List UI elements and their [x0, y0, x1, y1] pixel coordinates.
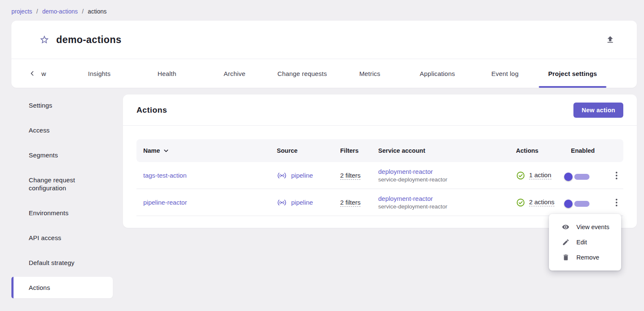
tab-overview-clipped[interactable]: w	[41, 70, 46, 77]
trash-icon	[562, 254, 570, 261]
breadcrumb-link-projects[interactable]: projects	[11, 8, 32, 15]
cell-service-account: deployment-reactor service-deployment-re…	[371, 168, 509, 183]
source-link[interactable]: pipeline	[291, 172, 313, 179]
action-name-link[interactable]: tags-test-action	[143, 172, 187, 179]
breadcrumb-separator: /	[36, 8, 38, 15]
column-header-service-account[interactable]: Service account	[371, 147, 509, 154]
table-row: tags-test-action pipeline	[136, 162, 623, 189]
filters-count[interactable]: 2 filters	[340, 199, 360, 207]
menu-item-edit[interactable]: Edit	[549, 235, 621, 250]
breadcrumb-current: actions	[88, 8, 106, 15]
check-circle-icon	[516, 198, 525, 207]
tab-bar: w Insights Health Archive Change request…	[11, 59, 637, 88]
cell-source: pipeline	[270, 199, 333, 206]
service-account-link[interactable]: deployment-reactor	[378, 168, 509, 175]
sidebar-item-environments[interactable]: Environments	[11, 202, 113, 224]
table-header-row: Name Source Filters Service account Acti…	[136, 139, 623, 162]
menu-item-remove[interactable]: Remove	[549, 250, 621, 265]
new-action-button[interactable]: New action	[573, 103, 623, 118]
tab-insights[interactable]: Insights	[65, 59, 133, 88]
menu-item-label: Remove	[576, 254, 599, 261]
sidebar-item-segments[interactable]: Segments	[11, 144, 113, 166]
eye-icon	[562, 223, 570, 231]
menu-item-label: View events	[576, 224, 609, 230]
sidebar-item-change-request-configuration[interactable]: Change request configuration	[11, 169, 113, 199]
sort-desc-icon	[163, 147, 169, 154]
sidebar-item-access[interactable]: Access	[11, 119, 113, 141]
tab-health[interactable]: Health	[133, 59, 201, 88]
actions-count[interactable]: 2 actions	[529, 198, 554, 206]
column-header-actions[interactable]: Actions	[509, 147, 564, 154]
sidebar-item-api-access[interactable]: API access	[11, 227, 113, 249]
signal-icon	[277, 199, 287, 206]
action-name-link[interactable]: pipeline-reactor	[143, 199, 187, 206]
row-menu-kebab-icon[interactable]	[613, 169, 620, 182]
column-header-enabled[interactable]: Enabled	[564, 147, 603, 154]
column-header-name[interactable]: Name	[136, 147, 270, 154]
sidebar-item-settings[interactable]: Settings	[11, 95, 113, 116]
content-area: Settings Access Segments Change request …	[0, 88, 644, 302]
sidebar-item-actions[interactable]: Actions	[11, 277, 113, 298]
page: projects / demo-actions / actions demo-a…	[0, 0, 644, 311]
project-header-card: demo-actions w Insights Health Archive C…	[11, 21, 637, 88]
actions-panel: Actions New action Name Source Filters S…	[123, 95, 637, 228]
breadcrumb-separator: /	[82, 8, 84, 15]
menu-item-view-events[interactable]: View events	[549, 219, 621, 235]
menu-item-label: Edit	[576, 239, 587, 246]
cell-actions: 2 actions	[509, 198, 564, 207]
row-menu-kebab-icon[interactable]	[613, 196, 620, 209]
tab-archive[interactable]: Archive	[201, 59, 268, 88]
settings-sidebar: Settings Access Segments Change request …	[11, 95, 113, 302]
source-link[interactable]: pipeline	[291, 199, 313, 206]
service-account-id: service-deployment-reactor	[378, 176, 509, 183]
tab-overflow: w	[28, 59, 46, 88]
tab-applications[interactable]: Applications	[404, 59, 471, 88]
tab-metrics[interactable]: Metrics	[336, 59, 404, 88]
breadcrumb: projects / demo-actions / actions	[0, 0, 644, 21]
tabs-scroll-left-button[interactable]	[28, 70, 36, 77]
actions-table: Name Source Filters Service account Acti…	[123, 126, 637, 228]
tab-event-log[interactable]: Event log	[471, 59, 539, 88]
table-row: pipeline-reactor pipeline	[136, 189, 623, 216]
service-account-id: service-deployment-reactor	[378, 203, 509, 210]
cell-source: pipeline	[270, 172, 333, 179]
pencil-icon	[562, 238, 570, 246]
filters-count[interactable]: 2 filters	[340, 172, 360, 180]
cell-service-account: deployment-reactor service-deployment-re…	[371, 195, 509, 210]
column-header-source[interactable]: Source	[270, 147, 333, 154]
project-title-row: demo-actions	[11, 21, 637, 59]
tab-project-settings[interactable]: Project settings	[539, 59, 606, 88]
service-account-link[interactable]: deployment-reactor	[378, 195, 509, 202]
column-header-filters[interactable]: Filters	[333, 147, 371, 154]
row-actions-menu: View events Edit Remove	[549, 214, 621, 270]
actions-count[interactable]: 1 action	[529, 171, 551, 179]
actions-panel-header: Actions New action	[123, 95, 637, 126]
check-circle-icon	[516, 171, 525, 180]
tab-change-requests[interactable]: Change requests	[268, 59, 336, 88]
sidebar-item-default-strategy[interactable]: Default strategy	[11, 252, 113, 273]
signal-icon	[277, 172, 287, 179]
favorite-star-icon[interactable]	[39, 35, 49, 45]
breadcrumb-link-demo-actions[interactable]: demo-actions	[42, 8, 78, 15]
panel-title: Actions	[136, 105, 167, 115]
export-icon[interactable]	[604, 33, 617, 46]
page-title: demo-actions	[56, 34, 121, 46]
cell-actions: 1 action	[509, 171, 564, 180]
